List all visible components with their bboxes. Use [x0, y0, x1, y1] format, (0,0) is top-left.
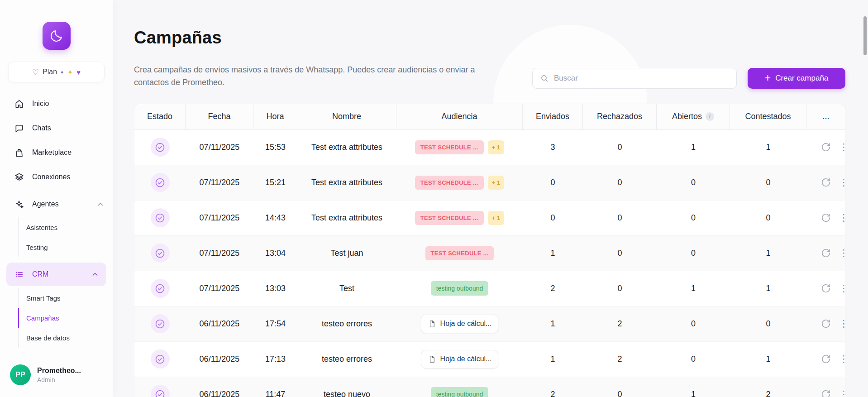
col-more: ...	[806, 104, 845, 129]
cell-contestados: 0	[730, 306, 806, 341]
cell-enviados: 1	[523, 342, 583, 377]
refresh-icon[interactable]	[821, 177, 831, 187]
kebab-menu-icon[interactable]: ⋮	[839, 248, 845, 258]
cell-actions: ⋮	[806, 130, 845, 165]
user-role: Admin	[37, 376, 81, 383]
refresh-icon[interactable]	[821, 248, 831, 258]
sidebar-section-agentes[interactable]: Agentes	[0, 192, 113, 216]
sidebar-section-crm[interactable]: CRM	[6, 263, 106, 286]
cell-enviados: 2	[523, 271, 583, 306]
shopping-bag-icon	[14, 147, 24, 158]
col-enviados: Enviados	[523, 104, 583, 129]
status-check-icon	[151, 173, 170, 192]
kebab-menu-icon[interactable]: ⋮	[839, 177, 845, 188]
sidebar-item-marketplace[interactable]: Marketplace	[0, 140, 113, 165]
cell-audiencia: testing outbound	[396, 271, 523, 306]
kebab-menu-icon[interactable]: ⋮	[839, 318, 845, 329]
cell-nombre: Test	[297, 271, 396, 306]
refresh-icon[interactable]	[821, 389, 831, 397]
cell-hora: 11:47	[253, 377, 297, 397]
header-controls: + Crear campaña	[532, 68, 845, 89]
kebab-menu-icon[interactable]: ⋮	[839, 212, 845, 223]
status-check-icon	[151, 314, 170, 333]
sidebar-section-label: Agentes	[32, 200, 59, 208]
cell-abiertos: 0	[657, 236, 730, 271]
sidebar-section-label: CRM	[32, 270, 48, 278]
cell-abiertos: 0	[657, 201, 730, 235]
cell-fecha: 06/11/2025	[186, 342, 253, 377]
table-row[interactable]: 07/11/2025 13:03 Test testing outbound 2…	[134, 271, 845, 306]
audience-badge-file[interactable]: Hoja de cálcul...	[421, 315, 499, 333]
search-input[interactable]	[554, 74, 729, 83]
user-profile[interactable]: PP Prometheo... Admin	[0, 364, 113, 397]
sidebar-item-smart-tags[interactable]: Smart Tags	[19, 288, 113, 308]
cell-enviados: 0	[523, 201, 583, 235]
search-box[interactable]	[532, 68, 737, 89]
cell-fecha: 07/11/2025	[186, 130, 253, 165]
audience-badge-pink: TEST SCHEDULE ...	[425, 246, 494, 260]
audience-badge-file[interactable]: Hoja de cálcul...	[421, 350, 499, 368]
table-row[interactable]: 06/11/2025 17:13 testeo errores Hoja de …	[134, 342, 845, 377]
table-row[interactable]: 06/11/2025 17:54 testeo errores Hoja de …	[134, 306, 845, 342]
status-check-icon	[151, 349, 170, 368]
table-row[interactable]: 07/11/2025 14:43 Test extra attributes T…	[134, 201, 845, 236]
sidebar-item-base-de-datos[interactable]: Base de datos	[19, 328, 113, 348]
kebab-menu-icon[interactable]: ⋮	[839, 354, 845, 364]
table-row[interactable]: 07/11/2025 15:21 Test extra attributes T…	[134, 165, 845, 201]
kebab-menu-icon[interactable]: ⋮	[839, 389, 845, 397]
sidebar-item-chats[interactable]: Chats	[0, 116, 113, 140]
app-logo[interactable]	[43, 22, 71, 50]
cell-hora: 14:43	[253, 201, 297, 235]
sidebar-item-inicio[interactable]: Inicio	[0, 91, 113, 116]
refresh-icon[interactable]	[821, 319, 831, 329]
grapes-icon: ●	[61, 70, 64, 75]
col-estado: Estado	[134, 104, 186, 129]
kebab-menu-icon[interactable]: ⋮	[839, 142, 845, 153]
refresh-icon[interactable]	[821, 283, 831, 293]
cell-contestados: 1	[730, 236, 806, 271]
cell-actions: ⋮	[806, 342, 845, 377]
cell-nombre: testeo nuevo	[297, 377, 396, 397]
cell-hora: 17:54	[253, 306, 297, 341]
sidebar-item-testing[interactable]: Testing	[19, 237, 113, 257]
cell-rechazados: 0	[583, 271, 657, 306]
cell-enviados: 3	[523, 130, 583, 165]
cell-abiertos: 1	[657, 377, 730, 397]
status-check-icon	[151, 244, 170, 263]
audience-badge-pink: TEST SCHEDULE ...	[415, 211, 484, 225]
file-badge-label: Hoja de cálcul...	[440, 355, 492, 363]
cell-nombre: Test extra attributes	[297, 201, 396, 235]
status-check-icon	[151, 279, 170, 298]
agentes-children: Asistentes Testing	[18, 217, 113, 257]
create-campaign-button[interactable]: + Crear campaña	[748, 68, 845, 89]
cell-fecha: 06/11/2025	[186, 306, 253, 341]
col-audiencia: Audiencia	[396, 104, 523, 129]
sidebar-item-campanas[interactable]: Campañas	[18, 308, 113, 328]
refresh-icon[interactable]	[821, 142, 831, 152]
plus-icon: +	[765, 73, 771, 83]
status-check-icon	[151, 208, 170, 227]
sidebar-item-conexiones[interactable]: Conexiones	[0, 165, 113, 189]
cell-actions: ⋮	[806, 236, 845, 271]
chevron-up-icon	[91, 270, 99, 278]
table-row[interactable]: 07/11/2025 15:53 Test extra attributes T…	[134, 130, 845, 165]
info-icon[interactable]: i	[706, 112, 714, 121]
table-row[interactable]: 07/11/2025 13:04 Test juan TEST SCHEDULE…	[134, 236, 845, 271]
cell-nombre: testeo errores	[297, 342, 396, 377]
cell-hora: 13:03	[253, 271, 297, 306]
kebab-menu-icon[interactable]: ⋮	[839, 283, 845, 294]
refresh-icon[interactable]	[821, 213, 831, 223]
table-row[interactable]: 06/11/2025 11:47 testeo nuevo testing ou…	[134, 377, 845, 397]
campaigns-table: Estado Fecha Hora Nombre Audiencia Envia…	[134, 104, 845, 397]
plan-badge[interactable]: ♡ Plan ● ✦ ♥	[8, 62, 105, 82]
cell-nombre: Test juan	[297, 236, 396, 271]
sidebar-item-asistentes[interactable]: Asistentes	[19, 217, 113, 237]
home-icon	[14, 98, 24, 109]
sidebar: ♡ Plan ● ✦ ♥ Inicio Chats Marketplace	[0, 0, 113, 397]
cell-actions: ⋮	[806, 271, 845, 306]
refresh-icon[interactable]	[821, 354, 831, 364]
cell-nombre: testeo errores	[297, 306, 396, 341]
scrollbar[interactable]	[863, 16, 867, 55]
spreadsheet-icon	[428, 320, 436, 328]
col-hora: Hora	[253, 104, 297, 129]
